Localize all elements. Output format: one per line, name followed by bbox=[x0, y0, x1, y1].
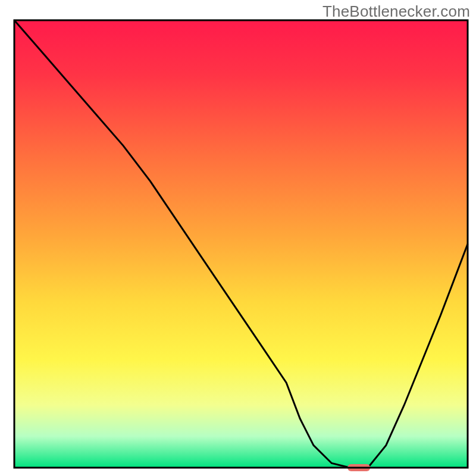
plot-background bbox=[14, 20, 468, 468]
bottleneck-chart bbox=[0, 0, 476, 476]
watermark-text: TheBottlenecker.com bbox=[322, 2, 470, 21]
